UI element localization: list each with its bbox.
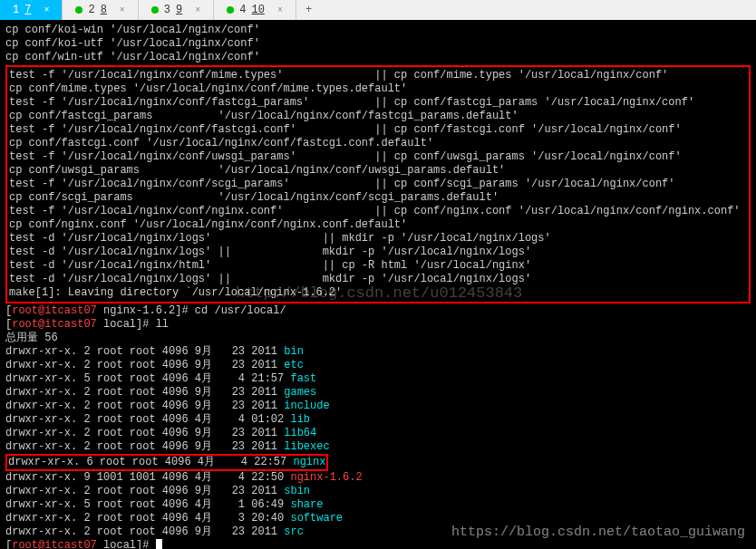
list-item: drwxr-xr-x. 2 root root 4096 9月 23 2011 … — [5, 386, 751, 400]
list-item: drwxr-xr-x. 2 root root 4096 9月 23 2011 … — [5, 485, 751, 498]
output-line: test -f '/usr/local/nginx/conf/scgi_para… — [9, 178, 747, 191]
list-item: drwxr-xr-x. 2 root root 4096 9月 23 2011 … — [5, 345, 751, 359]
tab-2[interactable]: 28× — [63, 0, 138, 20]
cursor-icon — [156, 539, 162, 549]
list-item: drwxr-xr-x. 5 root root 4096 4月 4 21:57 … — [5, 372, 751, 386]
output-line: make[1]: Leaving directory `/usr/local/n… — [9, 286, 747, 300]
prompt-line: [root@itcast07 nginx-1.6.2]# cd /usr/loc… — [5, 304, 751, 318]
close-icon[interactable]: × — [195, 5, 200, 15]
tab-3[interactable]: 39× — [139, 0, 214, 20]
output-line: test -f '/usr/local/nginx/conf/mime.type… — [9, 69, 747, 82]
output-line: cp conf/scgi_params '/usr/local/nginx/co… — [9, 191, 747, 205]
output-line: test -f '/usr/local/nginx/conf/uwsgi_par… — [9, 150, 747, 164]
output-line: test -f '/usr/local/nginx/conf/nginx.con… — [9, 205, 747, 218]
output-line: cp conf/koi-utf '/usr/local/nginx/conf' — [5, 37, 751, 51]
output-line: cp conf/mime.types '/usr/local/nginx/con… — [9, 82, 747, 96]
prompt-line: [root@itcast07 local]# — [5, 539, 751, 549]
list-item: drwxr-xr-x. 2 root root 4096 9月 23 2011 … — [5, 525, 751, 539]
output-line: cp conf/nginx.conf '/usr/local/nginx/con… — [9, 218, 747, 232]
status-dot-icon — [151, 6, 159, 14]
tab-number: 3 — [164, 4, 170, 16]
tab-number: 4 — [239, 4, 246, 16]
output-line: cp conf/uwsgi_params '/usr/local/nginx/c… — [9, 164, 747, 178]
list-item: drwxr-xr-x. 2 root root 4096 9月 23 2011 … — [5, 427, 751, 440]
new-tab-button[interactable]: + — [296, 2, 321, 18]
list-item: drwxr-xr-x. 2 root root 4096 9月 23 2011 … — [5, 359, 751, 372]
output-line: cp conf/fastcgi_params '/usr/local/nginx… — [9, 110, 747, 123]
output-line: test -d '/usr/local/nginx/logs' || mkdir… — [9, 232, 747, 246]
output-line: test -f '/usr/local/nginx/conf/fastcgi_p… — [9, 96, 747, 110]
tab-label: 7 — [24, 4, 31, 16]
output-line: cp conf/win-utf '/usr/local/nginx/conf' — [5, 51, 751, 64]
tab-number: 1 — [13, 4, 19, 16]
tab-bar: 17× 28× 39× 410× + — [0, 0, 756, 20]
tab-label: 10 — [251, 4, 264, 16]
output-line: test -d '/usr/local/nginx/logs' || mkdir… — [9, 273, 747, 286]
list-item: drwxr-xr-x. 2 root root 4096 9月 23 2011 … — [5, 440, 751, 454]
output-line: cp conf/fastcgi.conf '/usr/local/nginx/c… — [9, 137, 747, 150]
prompt-line: [root@itcast07 local]# ll — [5, 318, 751, 332]
tab-label: 8 — [101, 4, 107, 16]
tab-number: 2 — [88, 4, 94, 16]
output-line: test -d '/usr/local/nginx/logs' || mkdir… — [9, 246, 747, 259]
status-dot-icon — [227, 6, 234, 14]
tab-4[interactable]: 410× — [214, 0, 296, 20]
tab-1[interactable]: 17× — [0, 0, 63, 20]
list-item: drwxr-xr-x. 9 1001 1001 4096 4月 4 22:50 … — [5, 471, 751, 485]
list-item: drwxr-xr-x. 2 root root 4096 4月 4 01:02 … — [5, 413, 751, 427]
list-item: drwxr-xr-x. 5 root root 4096 4月 1 06:49 … — [5, 498, 751, 512]
list-item: drwxr-xr-x. 6 root root 4096 4月 4 22:57 … — [5, 454, 751, 471]
close-icon[interactable]: × — [44, 5, 49, 15]
list-item: drwxr-xr-x. 2 root root 4096 9月 23 2011 … — [5, 400, 751, 413]
output-line: cp conf/koi-win '/usr/local/nginx/conf' — [5, 24, 751, 37]
total-line: 总用量 56 — [5, 332, 751, 345]
highlighted-output: test -f '/usr/local/nginx/conf/mime.type… — [5, 65, 751, 303]
terminal[interactable]: cp conf/koi-win '/usr/local/nginx/conf'c… — [0, 20, 756, 549]
close-icon[interactable]: × — [120, 5, 125, 15]
list-item: drwxr-xr-x. 2 root root 4096 4月 3 20:40 … — [5, 512, 751, 525]
status-dot-icon — [75, 6, 82, 14]
highlighted-entry: drwxr-xr-x. 6 root root 4096 4月 4 22:57 … — [5, 454, 328, 471]
output-line: test -f '/usr/local/nginx/conf/fastcgi.c… — [9, 123, 747, 137]
tab-label: 9 — [176, 4, 182, 16]
close-icon[interactable]: × — [277, 5, 283, 15]
output-line: test -d '/usr/local/nginx/html' || cp -R… — [9, 259, 747, 273]
